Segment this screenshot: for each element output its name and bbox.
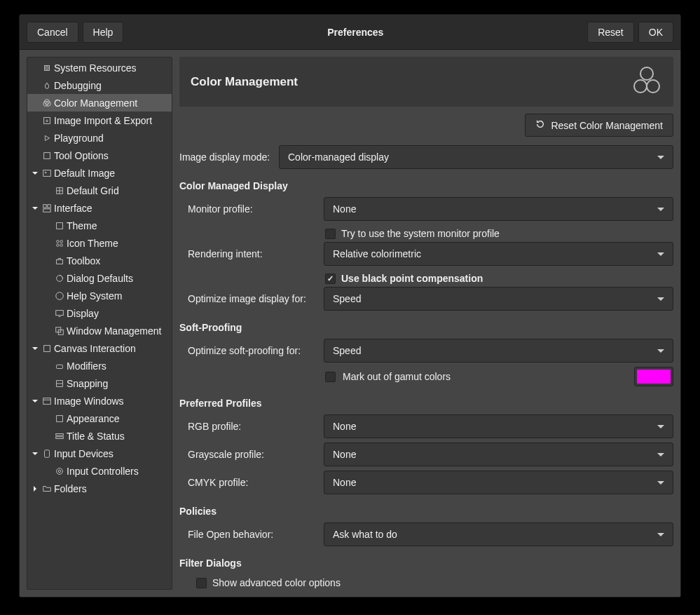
sidebar-item-toolbox[interactable]: Toolbox bbox=[27, 252, 172, 269]
sidebar-item-image-import-export[interactable]: Image Import & Export bbox=[27, 111, 172, 129]
sidebar-item-debugging[interactable]: Debugging bbox=[27, 76, 172, 94]
svg-rect-8 bbox=[44, 152, 50, 158]
import-icon bbox=[41, 115, 53, 126]
play-icon bbox=[41, 133, 53, 144]
monitor-profile-dropdown[interactable]: None bbox=[324, 197, 673, 221]
cmyk-profile-dropdown[interactable]: None bbox=[324, 471, 673, 494]
grayscale-profile-dropdown[interactable]: None bbox=[324, 442, 673, 466]
file-open-value: Ask what to do bbox=[333, 529, 657, 540]
optimize-soft-dropdown[interactable]: Speed bbox=[324, 339, 673, 363]
expander-icon[interactable] bbox=[30, 344, 40, 353]
sidebar-item-dialog-defaults[interactable]: Dialog Defaults bbox=[27, 269, 172, 287]
section-preferred-profiles: Preferred Profiles bbox=[179, 398, 673, 409]
sidebar-item-label: Image Import & Export bbox=[54, 115, 152, 126]
sidebar-item-label: Tool Options bbox=[54, 150, 109, 161]
svg-point-38 bbox=[640, 67, 653, 80]
gamut-color-swatch bbox=[637, 370, 671, 384]
chevron-down-icon bbox=[657, 349, 664, 353]
section-policies: Policies bbox=[179, 506, 673, 517]
expander-icon[interactable] bbox=[30, 449, 40, 459]
sidebar-item-interface[interactable]: Interface bbox=[27, 199, 172, 217]
sidebar-item-playground[interactable]: Playground bbox=[27, 129, 172, 147]
sidebar-item-canvas-interaction[interactable]: Canvas Interaction bbox=[27, 339, 172, 357]
dialog-title: Preferences bbox=[128, 27, 583, 38]
svg-rect-34 bbox=[56, 436, 64, 438]
sidebar-item-label: Icon Theme bbox=[67, 238, 118, 249]
chevron-down-icon bbox=[657, 533, 664, 536]
rgb-profile-dropdown[interactable]: None bbox=[324, 414, 673, 438]
mark-gamut-label: Mark out of gamut colors bbox=[343, 371, 627, 382]
use-system-monitor-checkbox[interactable] bbox=[325, 229, 336, 239]
expander-icon[interactable] bbox=[30, 203, 40, 213]
sidebar-item-label: Default Image bbox=[54, 168, 115, 179]
tool-icon bbox=[41, 150, 53, 161]
sidebar-item-theme[interactable]: Theme bbox=[27, 217, 172, 234]
sidebar-item-label: Image Windows bbox=[54, 396, 124, 407]
sidebar-item-icon-theme[interactable]: Icon Theme bbox=[27, 234, 172, 252]
ok-button[interactable]: OK bbox=[638, 22, 673, 43]
show-advanced-checkbox[interactable] bbox=[196, 578, 207, 588]
gamut-color-button[interactable] bbox=[634, 367, 673, 386]
optimize-display-dropdown[interactable]: Speed bbox=[324, 287, 673, 311]
sidebar-item-modifiers[interactable]: Modifiers bbox=[27, 357, 172, 374]
sidebar-item-label: Default Grid bbox=[67, 185, 119, 196]
sidebar-item-folders[interactable]: Folders bbox=[27, 480, 172, 497]
sidebar-item-label: Color Management bbox=[54, 97, 137, 109]
sidebar-item-input-devices[interactable]: Input Devices bbox=[27, 445, 172, 462]
sidebar-item-snapping[interactable]: Snapping bbox=[27, 374, 172, 392]
theme-icon bbox=[54, 220, 65, 231]
sidebar-item-help-system[interactable]: Help System bbox=[27, 287, 172, 304]
expander-icon[interactable] bbox=[30, 484, 40, 494]
chevron-down-icon bbox=[657, 252, 664, 256]
sidebar-item-tool-options[interactable]: Tool Options bbox=[27, 147, 172, 164]
sidebar-item-appearance[interactable]: Appearance bbox=[27, 410, 172, 427]
svg-rect-13 bbox=[43, 208, 51, 211]
sidebar-item-window-management[interactable]: Window Management bbox=[27, 322, 172, 339]
expander-icon[interactable] bbox=[30, 396, 40, 406]
black-point-checkbox[interactable] bbox=[325, 273, 336, 284]
dialog-content: System ResourcesDebuggingColor Managemen… bbox=[20, 50, 680, 597]
rendering-intent-label: Rendering intent: bbox=[188, 248, 317, 259]
file-open-dropdown[interactable]: Ask what to do bbox=[324, 522, 673, 546]
optimize-display-label: Optimize image display for: bbox=[188, 293, 317, 304]
display-icon bbox=[54, 308, 65, 319]
icontheme-icon bbox=[54, 238, 65, 249]
sidebar-item-input-controllers[interactable]: Input Controllers bbox=[27, 462, 172, 480]
monitor-profile-label: Monitor profile: bbox=[188, 203, 317, 215]
svg-point-17 bbox=[57, 243, 60, 246]
svg-rect-11 bbox=[43, 204, 46, 207]
sidebar-item-label: Toolbox bbox=[67, 255, 100, 266]
cancel-button[interactable]: Cancel bbox=[27, 22, 78, 43]
sidebar-item-default-grid[interactable]: Default Grid bbox=[27, 182, 172, 199]
mark-gamut-checkbox[interactable] bbox=[325, 372, 336, 382]
chevron-down-icon bbox=[657, 156, 664, 159]
use-system-monitor-label: Try to use the system monitor profile bbox=[341, 228, 500, 239]
expander-icon[interactable] bbox=[30, 168, 40, 178]
svg-point-39 bbox=[634, 80, 647, 93]
toolbox-icon bbox=[54, 255, 65, 266]
sidebar-item-color-management[interactable]: Color Management bbox=[27, 94, 172, 111]
venn-icon bbox=[41, 97, 53, 109]
sidebar-item-label: Help System bbox=[67, 290, 122, 302]
sidebar-item-system-resources[interactable]: System Resources bbox=[27, 59, 172, 76]
optimize-soft-label: Optimize soft-proofing for: bbox=[188, 345, 317, 356]
svg-point-18 bbox=[60, 243, 63, 246]
sidebar-item-label: Playground bbox=[54, 133, 104, 144]
sidebar-item-title-status[interactable]: Title & Status bbox=[27, 427, 172, 445]
sidebar-item-default-image[interactable]: Default Image bbox=[27, 164, 172, 182]
help-button[interactable]: Help bbox=[83, 22, 124, 43]
reset-color-management-button[interactable]: Reset Color Management bbox=[525, 114, 673, 137]
controllers-icon bbox=[54, 466, 65, 477]
sidebar-item-image-windows[interactable]: Image Windows bbox=[27, 392, 172, 410]
sidebar[interactable]: System ResourcesDebuggingColor Managemen… bbox=[27, 57, 172, 590]
optimize-soft-value: Speed bbox=[333, 345, 657, 356]
cmyk-profile-label: CMYK profile: bbox=[188, 477, 317, 488]
rendering-intent-value: Relative colorimetric bbox=[333, 248, 657, 259]
chevron-down-icon bbox=[657, 481, 664, 485]
rendering-intent-dropdown[interactable]: Relative colorimetric bbox=[324, 242, 673, 266]
reset-button[interactable]: Reset bbox=[587, 22, 634, 43]
sidebar-item-display[interactable]: Display bbox=[27, 304, 172, 322]
sidebar-item-label: Dialog Defaults bbox=[67, 273, 133, 284]
optimize-display-value: Speed bbox=[333, 293, 657, 304]
display-mode-dropdown[interactable]: Color-managed display bbox=[279, 145, 673, 169]
